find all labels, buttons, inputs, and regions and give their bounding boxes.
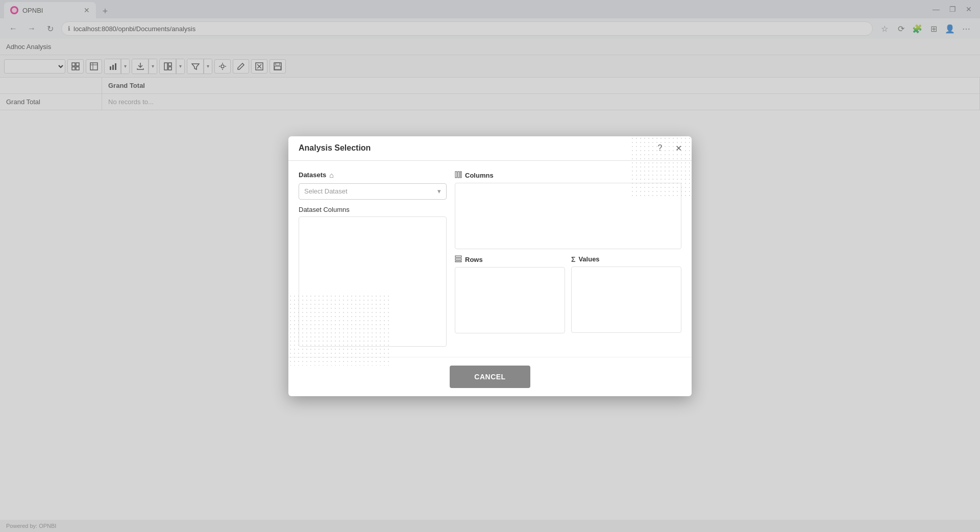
dialog-header-actions: ? ✕	[653, 141, 685, 155]
columns-icon	[455, 171, 462, 180]
svg-rect-25	[455, 258, 461, 260]
dataset-columns-list	[299, 216, 447, 347]
columns-label: Columns	[465, 172, 494, 179]
dataset-columns-label: Dataset Columns	[299, 206, 447, 213]
dialog-header: Analysis Selection ? ✕	[288, 136, 692, 161]
sigma-icon: Σ	[571, 255, 575, 263]
datasets-panel: Datasets ⌂ Select Dataset ▾ Dataset Colu…	[299, 171, 447, 347]
rows-icon	[455, 255, 462, 264]
right-panel: Columns	[455, 171, 681, 347]
rows-values-row: Rows Σ Values	[455, 255, 681, 333]
svg-rect-21	[455, 172, 457, 178]
values-drop-area[interactable]	[571, 267, 681, 333]
datasets-label: Datasets	[299, 171, 326, 179]
svg-rect-26	[455, 261, 461, 262]
values-label: Values	[578, 255, 599, 263]
columns-drop-area[interactable]	[455, 183, 681, 249]
columns-section: Columns	[455, 171, 681, 249]
svg-rect-24	[455, 256, 461, 257]
dialog-body: Datasets ⌂ Select Dataset ▾ Dataset Colu…	[288, 161, 692, 357]
svg-rect-22	[458, 172, 459, 178]
values-section: Σ Values	[571, 255, 681, 333]
rows-label: Rows	[465, 256, 483, 263]
dataset-select-placeholder: Select Dataset	[304, 187, 348, 195]
dataset-select-dropdown[interactable]: Select Dataset ▾	[299, 183, 447, 200]
rows-drop-area[interactable]	[455, 267, 565, 333]
svg-rect-23	[460, 172, 461, 178]
dialog-footer: CANCEL	[288, 357, 692, 396]
datasets-label-row: Datasets ⌂	[299, 171, 447, 179]
columns-section-label: Columns	[455, 171, 681, 180]
analysis-selection-dialog: Analysis Selection ? ✕ Datasets ⌂ Select…	[288, 136, 692, 396]
dialog-close-button[interactable]: ✕	[671, 141, 685, 155]
values-section-label: Σ Values	[571, 255, 681, 263]
cancel-button[interactable]: CANCEL	[450, 366, 530, 388]
dialog-help-button[interactable]: ?	[653, 141, 667, 155]
dataset-select-chevron: ▾	[437, 187, 441, 195]
modal-overlay: Analysis Selection ? ✕ Datasets ⌂ Select…	[0, 0, 980, 532]
dialog-title: Analysis Selection	[299, 143, 371, 153]
rows-section-label: Rows	[455, 255, 565, 264]
home-icon[interactable]: ⌂	[329, 171, 333, 179]
rows-section: Rows	[455, 255, 565, 333]
